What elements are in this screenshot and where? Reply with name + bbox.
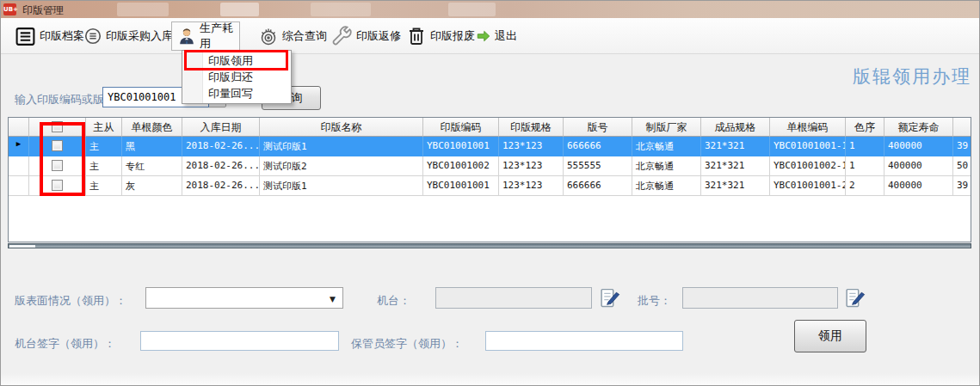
scrollbar-thumb[interactable]	[9, 245, 35, 248]
window-title: 印版管理	[22, 3, 64, 18]
table-cell: 灰	[122, 176, 182, 196]
column-header[interactable]: 印版规格	[499, 118, 564, 137]
menu-item-print-count-writeback[interactable]: 印量回写	[182, 85, 291, 101]
column-header[interactable]: 版号	[564, 118, 632, 137]
horizontal-scrollbar[interactable]	[8, 243, 971, 248]
column-header[interactable]: 印版名称	[260, 118, 423, 137]
background-window-ghost	[448, 3, 496, 16]
column-header[interactable]: 入库日期	[182, 118, 260, 137]
table-cell: 321*321	[701, 137, 770, 156]
toolbar-item-label: 生产耗用	[200, 21, 234, 52]
table-cell: 123*123	[499, 176, 564, 196]
table-cell: 2018-02-26...	[182, 176, 260, 196]
row-selector-cell	[9, 156, 29, 176]
row-checkbox-cell	[29, 156, 86, 176]
table-cell: 321*321	[701, 176, 770, 196]
toolbar: 印版档案 印版采购入库 生产耗用 综合查询 印版返修	[1, 18, 980, 54]
page-title: 版辊领用办理	[853, 64, 971, 89]
machine-signature-label: 机台签字（领用）：	[15, 336, 115, 352]
column-header[interactable]: 单根编码	[770, 118, 846, 137]
checkbox-header-cell	[29, 118, 86, 137]
table-cell: 400000	[884, 137, 953, 156]
table-cell: 主	[86, 156, 122, 176]
toolbar-item-plate-scrap[interactable]: 印版报废	[401, 21, 480, 51]
toolbar-item-exit[interactable]: 退出	[471, 21, 522, 51]
toolbar-item-label: 印版采购入库	[106, 28, 173, 44]
background-window-ghost	[220, 3, 259, 16]
table-cell: 666666	[564, 176, 632, 196]
column-header[interactable]: 制版厂家	[632, 118, 701, 137]
row-selector-cell	[9, 176, 29, 196]
trash-icon	[406, 26, 427, 46]
eye-icon	[258, 26, 279, 46]
table-cell: 39	[953, 137, 971, 156]
table-cell: 400000	[884, 176, 953, 196]
menu-item-plate-requisition[interactable]: 印版领用	[182, 52, 291, 69]
column-header[interactable]	[953, 118, 971, 137]
table-row[interactable]: 主灰2018-02-26...测试印版1YBC01001001123*12366…	[9, 176, 971, 196]
table-row[interactable]: ▶主黑2018-02-26...测试印版1YBC01001001123*1236…	[9, 137, 971, 156]
app-window: UB+ 印版管理 印版档案 印版采购入库 生产耗用 综合查询	[0, 0, 980, 386]
table-row[interactable]: 主专红2018-02-26...测试印版2YBC01001002123*1235…	[9, 156, 971, 176]
toolbar-item-label: 印版返修	[356, 28, 401, 44]
table-cell: 北京畅通	[632, 137, 701, 156]
background-window-ghost	[311, 3, 371, 16]
menu-item-plate-return[interactable]: 印版归还	[182, 69, 291, 85]
keeper-signature-label: 保管员签字（领用）：	[351, 336, 463, 352]
table-cell: YBC01001001	[423, 137, 499, 156]
table-cell: 主	[86, 176, 122, 196]
menu-box-icon	[15, 26, 36, 47]
table-cell: 测试印版1	[260, 137, 423, 156]
table-cell: 专红	[122, 156, 182, 176]
machine-label: 机台：	[377, 293, 410, 309]
machine-signature-input[interactable]	[140, 331, 339, 351]
edit-pencil-icon[interactable]	[599, 287, 620, 309]
surface-condition-label: 版表面情况（领用）：	[15, 293, 126, 309]
toolbar-item-comprehensive-query[interactable]: 综合查询	[253, 21, 332, 51]
table-cell: 2018-02-26...	[182, 137, 260, 156]
table-cell: 1	[846, 137, 884, 156]
table-cell: 测试印版1	[260, 176, 423, 196]
column-header[interactable]: 单根颜色	[122, 118, 182, 137]
table-cell: 2	[846, 176, 884, 196]
table-cell: 400000	[884, 156, 953, 176]
select-all-checkbox[interactable]	[52, 121, 63, 132]
table-cell: YBC01001001-1	[770, 137, 846, 156]
column-header[interactable]: 主从	[86, 118, 122, 137]
table-cell: 666666	[564, 137, 632, 156]
edit-pencil-icon[interactable]	[844, 287, 866, 309]
toolbar-item-plate-purchase-inbound[interactable]: 印版采购入库	[78, 21, 178, 51]
row-checkbox[interactable]	[52, 180, 63, 191]
table-cell: YBC01001001	[423, 176, 499, 196]
background-window-ghost	[117, 3, 169, 16]
app-logo: UB+	[3, 3, 16, 15]
column-header[interactable]: 印版编码	[423, 118, 499, 137]
requisition-submit-button[interactable]: 领用	[794, 320, 866, 352]
row-checkbox[interactable]	[52, 160, 63, 171]
batch-field	[682, 287, 838, 309]
selector-header-cell	[9, 118, 29, 137]
table-cell: 2018-02-26...	[182, 156, 260, 176]
column-header[interactable]: 额定寿命	[884, 118, 953, 137]
toolbar-item-production-consumption[interactable]: 生产耗用	[171, 21, 240, 51]
row-selector-cell: ▶	[9, 137, 29, 156]
row-checkbox-cell	[29, 137, 86, 156]
table-cell: 主	[86, 137, 122, 156]
row-checkbox[interactable]	[52, 140, 63, 151]
toolbar-item-label: 退出	[495, 28, 517, 44]
production-consumption-dropdown: 印版领用 印版归还 印量回写	[182, 50, 292, 104]
table-cell: 123*123	[499, 156, 564, 176]
table-cell: 北京畅通	[632, 176, 701, 196]
keeper-signature-input[interactable]	[485, 331, 683, 351]
toolbar-item-plate-repair[interactable]: 印版返修	[326, 21, 406, 51]
window-bottom-edge	[1, 373, 980, 385]
surface-condition-select[interactable]: ▼	[145, 287, 343, 309]
toolbar-item-label: 综合查询	[282, 28, 327, 44]
table-cell: 北京畅通	[632, 156, 701, 176]
column-header[interactable]: 色序	[846, 118, 884, 137]
table-cell: YBC01001002	[423, 156, 499, 176]
table-cell: 123*123	[499, 137, 564, 156]
column-header[interactable]: 成品规格	[701, 118, 770, 137]
submit-button-label: 领用	[818, 328, 842, 344]
row-checkbox-cell	[29, 176, 86, 196]
